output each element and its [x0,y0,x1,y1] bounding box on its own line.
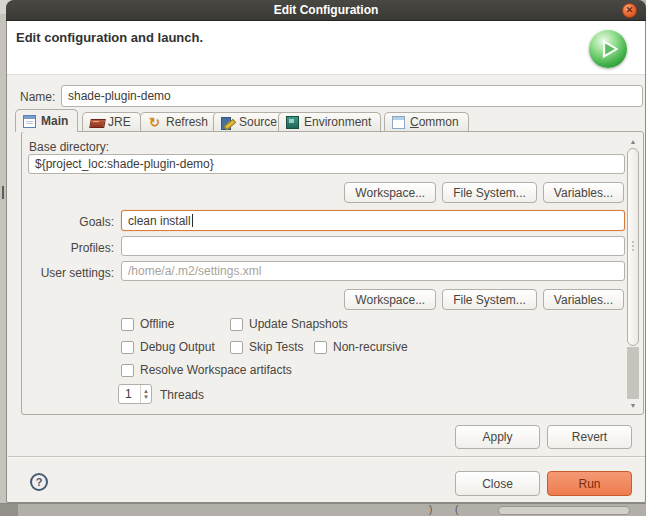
revert-button[interactable]: Revert [547,425,632,449]
checkbox-resolve-workspace-artifacts[interactable]: Resolve Workspace artifacts [121,363,292,377]
apply-revert-row: Apply Revert [455,425,632,449]
background-scrollbar-fragment [498,506,630,515]
main-tab-content: Base directory: ${project_loc:shade-plug… [21,131,644,415]
vertical-scrollbar[interactable]: ▲ ▼ [626,135,640,412]
stepper-down-icon[interactable]: ▼ [143,394,149,400]
scrollbar-grip [632,245,634,247]
name-value: shade-plugin-demo [68,89,171,103]
base-directory-value: ${project_loc:shade-plugin-demo} [35,157,214,171]
threads-stepper[interactable]: 1 ▲ ▼ [118,384,152,404]
tab-refresh[interactable]: ↻ Refresh [140,112,218,131]
checkbox-resolve-workspace-artifacts-label: Resolve Workspace artifacts [140,363,292,377]
background-left-mark [2,186,4,199]
background-mark: ( [455,504,458,515]
checkbox-icon[interactable] [230,341,243,354]
tab-common[interactable]: Common [384,112,469,131]
base-directory-input[interactable]: ${project_loc:shade-plugin-demo} [28,154,625,174]
checkbox-debug-output-label: Debug Output [140,340,215,354]
profiles-input[interactable] [121,236,625,256]
checkbox-non-recursive[interactable]: Non-recursive [314,340,408,354]
refresh-tab-icon: ↻ [148,116,161,129]
workspace-button-2[interactable]: Workspace... [344,289,436,310]
tab-environment[interactable]: Environment [278,112,381,131]
variables-button-2[interactable]: Variables... [543,289,624,310]
jre-tab-icon [90,116,103,129]
common-tab-icon [392,116,405,129]
tab-main[interactable]: Main [15,109,78,132]
dialog-header: Edit configuration and launch. [7,21,645,75]
scrollbar-thumb[interactable] [627,148,639,346]
tab-common-label: Common [410,115,459,129]
header-message: Edit configuration and launch. [16,30,203,45]
base-directory-browse-row: Workspace... File System... Variables... [344,182,624,203]
footer-separator [8,456,645,457]
screenshot-stage: ) ( Edit Configuration ✕ Edit configurat… [0,0,646,516]
checkbox-offline-label: Offline [140,317,174,331]
text-caret [192,214,193,227]
scroll-down-icon[interactable]: ▼ [626,399,640,412]
name-label: Name: [20,90,55,104]
tab-environment-label: Environment [304,115,371,129]
goals-input[interactable]: clean install [121,210,625,231]
tab-jre-label: JRE [108,115,131,129]
file-system-button[interactable]: File System... [442,182,537,203]
base-directory-label: Base directory: [29,140,109,154]
checkbox-icon[interactable] [121,341,134,354]
scroll-up-icon[interactable]: ▲ [626,135,640,148]
threads-label: Threads [160,388,204,402]
settings-browse-row: Workspace... File System... Variables... [344,289,624,310]
footer-button-row: Close Run [455,471,632,496]
run-play-icon[interactable] [589,30,627,68]
checkbox-debug-output[interactable]: Debug Output [121,340,215,354]
goals-label: Goals: [79,215,114,229]
goals-value: clean install [128,214,191,228]
checkbox-icon[interactable] [121,318,134,331]
main-tab-icon [23,115,36,128]
file-system-button-2[interactable]: File System... [442,289,537,310]
checkbox-icon[interactable] [314,341,327,354]
workspace-button[interactable]: Workspace... [344,182,436,203]
checkbox-icon[interactable] [230,318,243,331]
apply-button[interactable]: Apply [455,425,540,449]
background-mark: ) [429,504,432,515]
checkbox-offline[interactable]: Offline [121,317,174,331]
threads-value: 1 [119,387,140,401]
variables-button[interactable]: Variables... [543,182,624,203]
source-tab-icon [221,116,234,129]
tab-source[interactable]: Source [213,112,287,131]
checkbox-skip-tests-label: Skip Tests [249,340,303,354]
background-bottom-left-block [0,504,18,516]
tab-jre[interactable]: JRE [82,112,141,131]
tab-refresh-label: Refresh [166,115,208,129]
name-input[interactable]: shade-plugin-demo [61,85,643,107]
profiles-label: Profiles: [71,241,114,255]
edit-configuration-dialog: Edit Configuration ✕ Edit configuration … [6,0,646,503]
user-settings-input[interactable]: /home/a/.m2/settings.xml [121,261,625,281]
help-icon[interactable]: ? [30,473,48,491]
checkbox-skip-tests[interactable]: Skip Tests [230,340,303,354]
tab-source-label: Source [239,115,277,129]
checkbox-icon[interactable] [121,364,134,377]
user-settings-value: /home/a/.m2/settings.xml [128,264,261,278]
user-settings-label: User settings: [41,266,114,280]
environment-tab-icon [286,116,299,129]
tab-main-label: Main [41,114,68,128]
close-button[interactable]: Close [455,471,540,496]
checkbox-non-recursive-label: Non-recursive [333,340,408,354]
dialog-title: Edit Configuration [6,0,646,20]
close-window-icon[interactable]: ✕ [622,3,637,18]
stepper-arrows[interactable]: ▲ ▼ [140,385,151,403]
scrollbar-track[interactable] [627,347,639,399]
dialog-titlebar[interactable]: Edit Configuration ✕ [6,0,646,21]
checkbox-update-snapshots[interactable]: Update Snapshots [230,317,348,331]
run-button[interactable]: Run [547,471,632,496]
checkbox-update-snapshots-label: Update Snapshots [249,317,348,331]
